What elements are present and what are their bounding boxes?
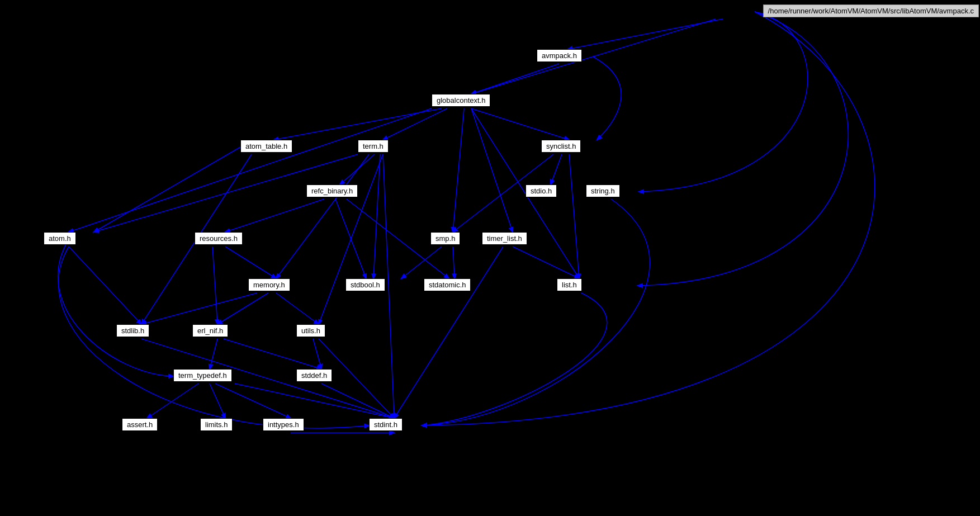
- node-smp-h[interactable]: smp.h: [430, 232, 460, 245]
- node-stdio-h[interactable]: stdio.h: [525, 184, 557, 197]
- node-resources-h[interactable]: resources.h: [195, 232, 243, 245]
- node-stdlib-h[interactable]: stdlib.h: [116, 324, 149, 337]
- node-refc-binary-h[interactable]: refc_binary.h: [306, 184, 358, 197]
- node-string-h[interactable]: string.h: [586, 184, 620, 197]
- node-limits-h[interactable]: limits.h: [200, 418, 233, 431]
- node-inttypes-h[interactable]: inttypes.h: [263, 418, 304, 431]
- node-atom-h[interactable]: atom.h: [44, 232, 76, 245]
- node-utils-h[interactable]: utils.h: [296, 324, 325, 337]
- node-erl-nif-h[interactable]: erl_nif.h: [192, 324, 228, 337]
- node-memory-h[interactable]: memory.h: [248, 278, 290, 291]
- node-atom-table-h[interactable]: atom_table.h: [240, 140, 292, 153]
- node-term-typedef-h[interactable]: term_typedef.h: [173, 369, 232, 382]
- node-timer-list-h[interactable]: timer_list.h: [482, 232, 527, 245]
- node-term-h[interactable]: term.h: [358, 140, 389, 153]
- node-list-h[interactable]: list.h: [557, 278, 582, 291]
- node-stdatomic-h[interactable]: stdatomic.h: [424, 278, 471, 291]
- node-avmpack-h[interactable]: avmpack.h: [537, 49, 582, 62]
- node-globalcontext-h[interactable]: globalcontext.h: [432, 94, 490, 107]
- node-assert-h[interactable]: assert.h: [122, 418, 158, 431]
- title-bar: /home/runner/work/AtomVM/AtomVM/src/libA…: [763, 4, 979, 17]
- node-stddef-h[interactable]: stddef.h: [296, 369, 332, 382]
- node-stdint-h[interactable]: stdint.h: [369, 418, 403, 431]
- node-stdbool-h[interactable]: stdbool.h: [345, 278, 385, 291]
- node-synclist-h[interactable]: synclist.h: [541, 140, 581, 153]
- dependency-graph: [0, 0, 980, 516]
